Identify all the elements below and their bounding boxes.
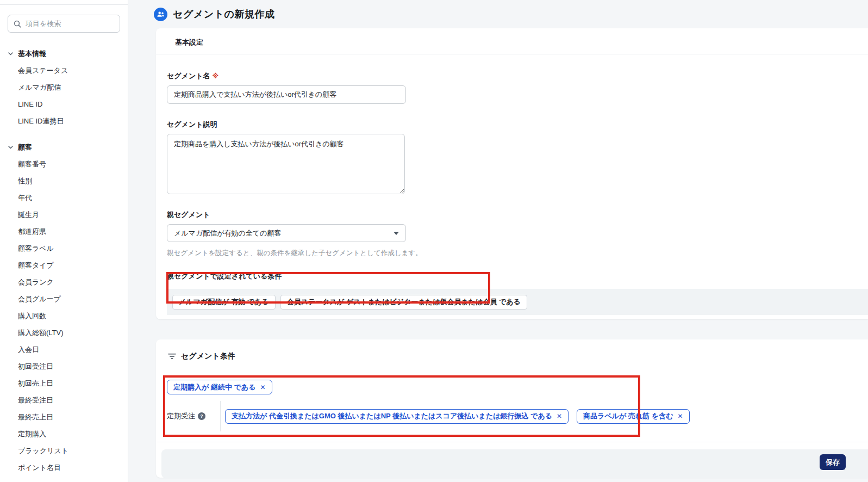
- sidebar-item-label: 性別: [18, 177, 32, 185]
- chevron-down-icon: [8, 144, 14, 152]
- condition-chip[interactable]: 支払方法が 代金引換またはGMO 後払いまたはNP 後払いまたはスコア後払いまた…: [225, 409, 569, 424]
- parent-conditions-band: メルマガ配信が 有効 である会員ステータスが ゲストまたはビジターまたは仮会員ま…: [167, 289, 868, 315]
- sidebar-item-label: 誕生月: [18, 211, 39, 219]
- sidebar-item[interactable]: ブラックリスト: [8, 442, 120, 459]
- condition-chip[interactable]: 商品ラベルが 売れ筋 を含む✕: [577, 409, 689, 424]
- sidebar-items-customer: 顧客番号性別年代誕生月都道府県顧客ラベル顧客タイプ会員ランク会員グループ購入回数…: [8, 156, 120, 476]
- segment-conditions-header: セグメント条件: [156, 339, 868, 364]
- parent-segment-selected-value: メルマガ配信が有効の全ての顧客: [174, 228, 281, 238]
- sidebar-item-label: メルマガ配信: [18, 83, 61, 91]
- subscription-order-row: 定期受注 ? 支払方法が 代金引換またはGMO 後払いまたはNP 後払いまたはス…: [167, 401, 868, 431]
- attribute-sidebar: 基本情報 会員ステータスメルマガ配信LINE IDLINE ID連携日 顧客 顧…: [0, 0, 128, 482]
- sidebar-item[interactable]: 購入総額(LTV): [8, 324, 120, 341]
- segment-description-textarea[interactable]: 定期商品を購入し支払い方法が後払いor代引きの顧客: [167, 134, 405, 194]
- select-caret-icon: [394, 232, 399, 235]
- sidebar-item[interactable]: LINE ID連携日: [8, 113, 120, 129]
- sidebar-item-label: ポイント名目: [18, 464, 61, 472]
- sidebar-item-label: 最終売上日: [18, 413, 53, 421]
- sidebar-item[interactable]: 顧客番号: [8, 156, 120, 172]
- sidebar-item[interactable]: 最終受注日: [8, 392, 120, 409]
- help-icon[interactable]: ?: [198, 412, 205, 420]
- sidebar-item-label: 購入総額(LTV): [18, 329, 64, 337]
- condition-chip[interactable]: 定期購入が 継続中 である ✕: [167, 380, 272, 394]
- sidebar-item[interactable]: メルマガ配信: [8, 79, 120, 96]
- sidebar-item-label: 都道府県: [18, 227, 46, 236]
- sidebar-item-label: 会員グループ: [18, 295, 61, 303]
- basic-settings-card: 基本設定 セグメント名※ セグメント説明 定期商品を購入し支払い方法が後払いor…: [156, 28, 868, 319]
- sidebar-item-label: 入会日: [18, 345, 39, 354]
- parent-conditions-label: 親セグメントで設定されている条件: [167, 272, 282, 280]
- sidebar-item-label: 購入回数: [18, 312, 46, 320]
- footer-action-bar: 保存: [161, 449, 868, 478]
- condition-chip-label: 支払方法が 代金引換またはGMO 後払いまたはNP 後払いまたはスコア後払いまた…: [232, 411, 552, 421]
- sidebar-section-basic: 基本情報 会員ステータスメルマガ配信LINE IDLINE ID連携日: [8, 49, 120, 129]
- search-icon: [14, 20, 21, 28]
- condition-chip-label: 商品ラベルが 売れ筋 を含む: [583, 411, 673, 421]
- remove-chip-icon[interactable]: ✕: [677, 412, 683, 420]
- parent-condition-chip-label: 会員ステータスが ゲストまたはビジターまたは仮会員または会員 である: [287, 297, 521, 307]
- parent-condition-chip-label: メルマガ配信が 有効 である: [179, 297, 269, 307]
- sidebar-item[interactable]: ポイント名目: [8, 459, 120, 476]
- sidebar-item-label: 年代: [18, 194, 32, 202]
- sidebar-item[interactable]: 性別: [8, 172, 120, 189]
- search-input[interactable]: [26, 20, 114, 28]
- chevron-down-icon: [8, 50, 14, 58]
- sidebar-item[interactable]: 入会日: [8, 341, 120, 358]
- sidebar-item[interactable]: 会員ランク: [8, 274, 120, 291]
- sidebar-item-label: 会員ランク: [18, 278, 54, 286]
- sidebar-item[interactable]: 会員グループ: [8, 291, 120, 307]
- parent-condition-chip: メルマガ配信が 有効 である: [172, 295, 276, 310]
- remove-chip-icon[interactable]: ✕: [260, 384, 265, 391]
- sidebar-item[interactable]: 購入回数: [8, 307, 120, 324]
- parent-segment-select[interactable]: メルマガ配信が有効の全ての顧客: [167, 224, 406, 242]
- sidebar-item[interactable]: 誕生月: [8, 206, 120, 223]
- sidebar-item-label: 顧客ラベル: [18, 244, 54, 252]
- sidebar-item[interactable]: 都道府県: [8, 223, 120, 240]
- required-mark: ※: [213, 72, 219, 80]
- sidebar-item[interactable]: 顧客タイプ: [8, 257, 120, 274]
- sidebar-item-label: 顧客番号: [18, 160, 46, 168]
- condition-chip-label: 定期購入が 継続中 である: [173, 382, 255, 392]
- sidebar-item-label: 定期購入: [18, 430, 46, 438]
- sidebar-item-label: ブラックリスト: [18, 447, 68, 455]
- segment-name-label: セグメント名: [167, 72, 210, 80]
- main-content: セグメントの新規作成 基本設定 セグメント名※ セグメント説明 定期商品を購入し…: [128, 0, 868, 482]
- sidebar-item-label: 会員ステータス: [18, 66, 68, 75]
- page-header: セグメントの新規作成: [128, 0, 868, 24]
- segment-conditions-title: セグメント条件: [181, 351, 235, 361]
- sidebar-item[interactable]: LINE ID: [8, 96, 120, 113]
- parent-condition-chip: 会員ステータスが ゲストまたはビジターまたは仮会員または会員 である: [280, 295, 527, 310]
- remove-chip-icon[interactable]: ✕: [557, 412, 562, 420]
- parent-segment-helper-text: 親セグメントを設定すると、親の条件を継承した子セグメントとして作成します。: [167, 249, 868, 258]
- subscription-order-label: 定期受注: [167, 411, 195, 421]
- sidebar-search[interactable]: [8, 15, 120, 33]
- sidebar-section-label: 顧客: [18, 143, 32, 152]
- sidebar-item[interactable]: 初回売上日: [8, 375, 120, 392]
- sidebar-item[interactable]: 定期購入: [8, 425, 120, 442]
- sidebar-item-label: 初回受注日: [18, 362, 53, 370]
- filter-icon: [168, 353, 176, 360]
- page-title: セグメントの新規作成: [173, 8, 275, 21]
- sidebar-section-customer-header[interactable]: 顧客: [8, 143, 120, 152]
- sidebar-items-basic: 会員ステータスメルマガ配信LINE IDLINE ID連携日: [8, 62, 120, 129]
- sidebar-section-basic-header[interactable]: 基本情報: [8, 49, 120, 59]
- card-footer: 保存: [156, 442, 868, 478]
- sidebar-item[interactable]: 会員ステータス: [8, 62, 120, 79]
- sidebar-item[interactable]: 初回受注日: [8, 358, 120, 375]
- segment-people-icon: [154, 8, 167, 21]
- segment-name-input[interactable]: [167, 85, 406, 104]
- sidebar-item-label: 最終受注日: [18, 396, 53, 404]
- sidebar-item[interactable]: 顧客ラベル: [8, 240, 120, 257]
- sidebar-item-label: LINE ID: [18, 100, 43, 108]
- sidebar-item-label: 初回売上日: [18, 379, 53, 387]
- save-button[interactable]: 保存: [820, 454, 846, 470]
- app-root: 基本情報 会員ステータスメルマガ配信LINE IDLINE ID連携日 顧客 顧…: [0, 0, 868, 482]
- subscription-order-chips: 支払方法が 代金引換またはGMO 後払いまたはNP 後払いまたはスコア後払いまた…: [220, 401, 690, 431]
- sidebar-item[interactable]: 年代: [8, 189, 120, 206]
- sidebar-section-customer: 顧客 顧客番号性別年代誕生月都道府県顧客ラベル顧客タイプ会員ランク会員グループ購…: [8, 143, 120, 476]
- sidebar-item-label: 顧客タイプ: [18, 261, 54, 269]
- basic-settings-title: 基本設定: [156, 28, 868, 54]
- sidebar-section-label: 基本情報: [18, 49, 46, 59]
- sidebar-item[interactable]: 最終売上日: [8, 409, 120, 425]
- sidebar-item-label: LINE ID連携日: [18, 117, 64, 125]
